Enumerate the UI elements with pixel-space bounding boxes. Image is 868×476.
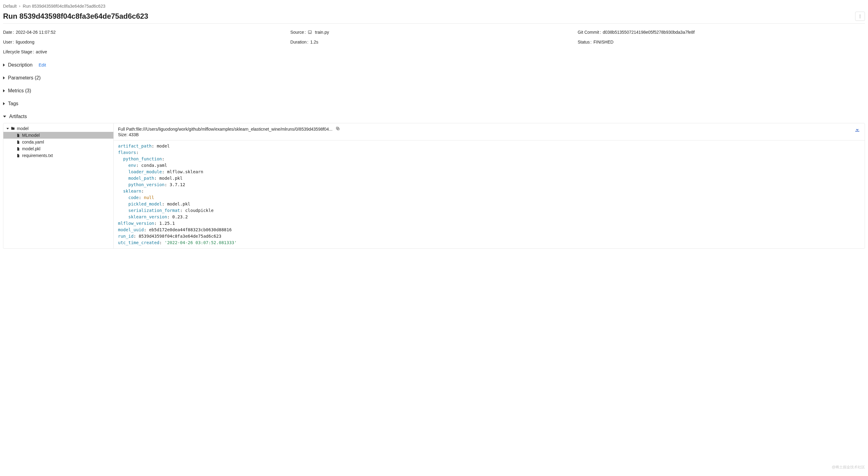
- meta-source-label: Source: [290, 30, 306, 35]
- meta-lifecycle-label: Lifecycle Stage: [3, 49, 34, 54]
- tree-folder-label: model: [17, 126, 29, 131]
- svg-rect-0: [308, 31, 311, 33]
- section-metrics-title: Metrics (3): [8, 88, 31, 93]
- section-artifacts[interactable]: Artifacts: [3, 110, 865, 123]
- run-meta: Date 2022-04-26 11:07:52 Source train.py…: [3, 24, 865, 59]
- more-vertical-icon: ⋮: [858, 14, 862, 19]
- tree-file[interactable]: conda.yaml: [3, 139, 114, 145]
- meta-status-label: Status: [578, 39, 592, 44]
- section-artifacts-title: Artifacts: [9, 114, 27, 119]
- artifact-tree: model MLmodelconda.yamlmodel.pklrequirem…: [3, 123, 114, 248]
- full-path-value: file:///Users/liguodong/work/github/mlfl…: [136, 127, 332, 131]
- breadcrumb: Default › Run 8539d43598f04c8fa3e64de75a…: [3, 2, 865, 12]
- tree-file[interactable]: model.pkl: [3, 145, 114, 152]
- caret-right-icon: [3, 63, 5, 66]
- meta-git-value: d038b5135507214198e05f5278b930bda3a7fe8f: [603, 30, 695, 35]
- meta-duration-value: 1.2s: [310, 39, 318, 44]
- folder-icon: [11, 126, 15, 131]
- meta-duration-label: Duration: [290, 39, 308, 44]
- tree-file-label: requirements.txt: [22, 153, 53, 158]
- artifact-viewer: Full Path:file:///Users/liguodong/work/g…: [114, 123, 865, 248]
- section-tags[interactable]: Tags: [3, 97, 865, 110]
- full-path-label: Full Path:: [118, 127, 136, 131]
- section-parameters-title: Parameters (2): [8, 75, 41, 81]
- size-label: Size:: [118, 132, 127, 137]
- meta-date-value: 2022-04-26 11:07:52: [16, 30, 56, 35]
- meta-source-value[interactable]: train.py: [315, 30, 329, 35]
- file-icon: [16, 140, 20, 144]
- caret-right-icon: [3, 89, 5, 92]
- section-tags-title: Tags: [8, 101, 19, 107]
- file-icon: [16, 133, 20, 138]
- meta-lifecycle-value: active: [36, 49, 47, 54]
- file-icon: [16, 147, 20, 151]
- tree-file[interactable]: MLmodel: [3, 132, 114, 139]
- meta-git-label: Git Commit: [578, 30, 601, 35]
- artifacts-panel: model MLmodelconda.yamlmodel.pklrequirem…: [3, 123, 865, 249]
- tree-file[interactable]: requirements.txt: [3, 152, 114, 159]
- meta-date-label: Date: [3, 30, 14, 35]
- caret-right-icon: [3, 77, 5, 80]
- meta-status-value: FINISHED: [593, 39, 613, 44]
- more-button[interactable]: ⋮: [855, 12, 865, 21]
- tree-folder-model[interactable]: model: [3, 125, 114, 132]
- section-description[interactable]: Description Edit: [3, 59, 865, 71]
- breadcrumb-current: Run 8539d43598f04c8fa3e64de75ad6c623: [23, 4, 105, 8]
- tree-file-label: conda.yaml: [22, 140, 44, 145]
- file-content: artifact_path: model flavors: python_fun…: [114, 141, 865, 248]
- size-value: 433B: [129, 132, 139, 137]
- section-metrics[interactable]: Metrics (3): [3, 84, 865, 97]
- section-description-title: Description: [8, 62, 32, 68]
- meta-user-value[interactable]: liguodong: [16, 39, 34, 44]
- download-button[interactable]: [854, 126, 860, 132]
- copy-icon[interactable]: [336, 126, 340, 131]
- breadcrumb-root[interactable]: Default: [3, 4, 17, 8]
- tree-file-label: model.pkl: [22, 146, 40, 151]
- file-icon: [16, 154, 20, 158]
- caret-down-icon: [3, 116, 6, 117]
- caret-right-icon: [3, 102, 5, 105]
- edit-description-link[interactable]: Edit: [39, 63, 46, 67]
- meta-user-label: User: [3, 39, 14, 44]
- caret-down-icon: [6, 128, 9, 129]
- tree-file-label: MLmodel: [22, 133, 40, 138]
- chevron-right-icon: ›: [19, 4, 20, 8]
- section-parameters[interactable]: Parameters (2): [3, 71, 865, 84]
- laptop-icon: [308, 30, 312, 34]
- page-title: Run 8539d43598f04c8fa3e64de75ad6c623: [3, 12, 148, 21]
